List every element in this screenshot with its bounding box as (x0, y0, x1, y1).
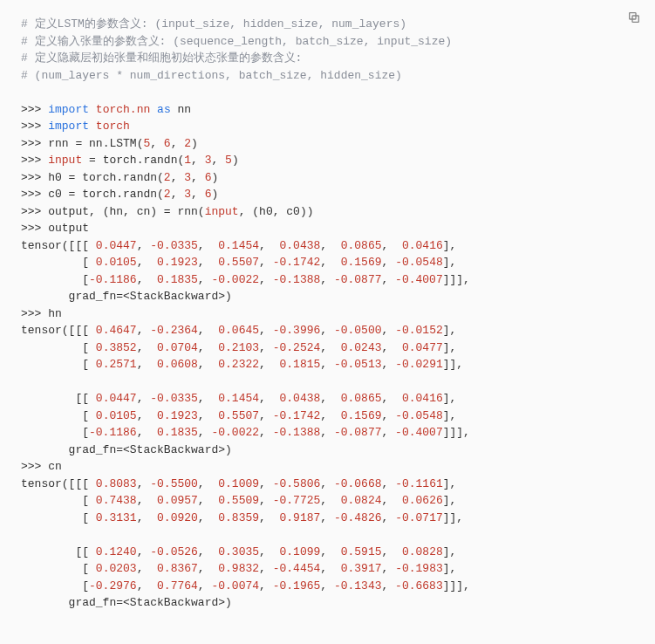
comment-line: # (num_layers * num_directions, batch_si… (21, 69, 402, 82)
tensor-row: tensor([[[ 0.4647, -0.2364, 0.0645, -0.3… (21, 324, 456, 337)
num: 2 (164, 171, 171, 184)
tensor-row: [ 0.0105, 0.1923, 0.5507, -0.1742, 0.156… (21, 409, 456, 422)
num: 6 (205, 188, 212, 201)
code: output, (hn, cn) = rnn( (48, 205, 204, 218)
code: , (h0, c0)) (239, 205, 314, 218)
num: 3 (184, 171, 191, 184)
copy-button[interactable] (624, 7, 645, 28)
tensor-row: [ 0.2571, 0.0608, 0.2322, 0.1815, -0.051… (21, 358, 463, 371)
prompt: >>> (21, 205, 48, 218)
module: torch (96, 120, 130, 133)
prompt: >>> (21, 307, 48, 320)
prompt: >>> (21, 120, 48, 133)
comment-line: # 定义LSTM的参数含义: (input_size, hidden_size,… (21, 17, 406, 31)
module: torch.nn (96, 103, 150, 116)
tensor-row: tensor([[[ 0.8083, -0.5500, 0.1009, -0.5… (21, 477, 456, 490)
tensor-row: [[ 0.0447, -0.0335, 0.1454, 0.0438, 0.08… (21, 392, 456, 405)
var-output: output (48, 222, 89, 235)
var-input: input (48, 154, 82, 167)
num: 5 (143, 137, 150, 150)
num: 2 (184, 137, 191, 150)
var-cn: cn (48, 460, 62, 473)
num: 5 (225, 154, 232, 167)
tensor-row: [ 0.0105, 0.1923, 0.5507, -0.1742, 0.156… (21, 256, 456, 269)
tensor-row: [-0.1186, 0.1835, -0.0022, -0.1388, -0.0… (21, 273, 470, 286)
var-hn: hn (48, 307, 62, 320)
kw-import: import (48, 103, 89, 116)
prompt: >>> (21, 460, 48, 473)
tensor-row: [ 0.0203, 0.8367, 0.9832, -0.4454, 0.391… (21, 562, 456, 575)
code: rnn = nn.LSTM( (48, 137, 143, 150)
tensor-row: tensor([[[ 0.0447, -0.0335, 0.1454, 0.04… (21, 239, 456, 252)
prompt: >>> (21, 154, 48, 167)
num: 2 (164, 188, 171, 201)
code-content: # 定义LSTM的参数含义: (input_size, hidden_size,… (21, 16, 634, 612)
code-block: # 定义LSTM的参数含义: (input_size, hidden_size,… (0, 0, 655, 627)
code: = torch.randn( (82, 154, 184, 167)
code: h0 = torch.randn( (48, 171, 164, 184)
num: 6 (205, 171, 212, 184)
tensor-row: [ 0.3131, 0.0920, 0.8359, 0.9187, -0.482… (21, 511, 463, 524)
grad-line: grad_fn=<StackBackward>) (21, 290, 232, 303)
prompt: >>> (21, 103, 48, 116)
tensor-row: [ 0.3852, 0.0704, 0.2103, -0.2524, 0.024… (21, 341, 456, 354)
kw-import: import (48, 120, 89, 133)
num: 1 (184, 154, 191, 167)
alias: nn (178, 103, 192, 116)
tensor-row: [ 0.7438, 0.0957, 0.5509, -0.7725, 0.082… (21, 494, 456, 507)
prompt: >>> (21, 222, 48, 235)
num: 3 (205, 154, 212, 167)
comment-line: # 定义隐藏层初始张量和细胞初始状态张量的参数含义: (21, 51, 302, 65)
kw-as: as (157, 103, 171, 116)
comment-line: # 定义输入张量的参数含义: (sequence_length, batch_s… (21, 35, 452, 48)
prompt: >>> (21, 137, 48, 150)
num: 6 (164, 137, 171, 150)
code: c0 = torch.randn( (48, 188, 164, 201)
prompt: >>> (21, 188, 48, 201)
tensor-row: [-0.2976, 0.7764, -0.0074, -0.1965, -0.1… (21, 579, 470, 593)
grad-line: grad_fn=<StackBackward>) (21, 443, 232, 456)
copy-icon (627, 10, 641, 24)
prompt: >>> (21, 171, 48, 184)
num: 3 (184, 188, 191, 201)
grad-line: grad_fn=<StackBackward>) (21, 596, 232, 609)
arg-input: input (205, 205, 239, 218)
tensor-row: [[ 0.1240, -0.0526, 0.3035, 0.1099, 0.59… (21, 545, 456, 558)
tensor-row: [-0.1186, 0.1835, -0.0022, -0.1388, -0.0… (21, 426, 470, 439)
